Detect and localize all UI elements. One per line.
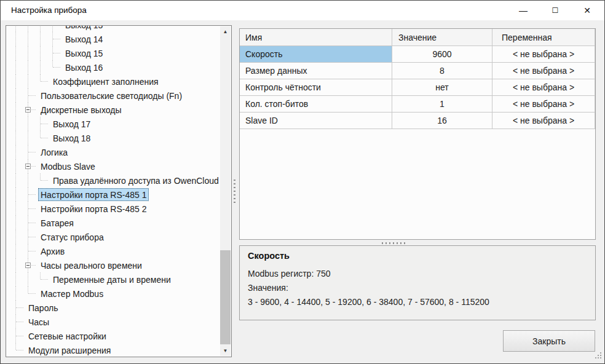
tree-item[interactable]: Коэффициент заполнения [6,74,220,89]
param-variable-cell[interactable]: < не выбрана > [492,63,595,79]
tree-item[interactable]: Часы реального времени [6,258,220,272]
tree-guide-line [16,336,23,336]
collapse-minus-icon[interactable] [25,263,31,268]
tree-guide-line [28,251,36,251]
tree-item-label-selected[interactable]: Настройки порта RS-485 1 [38,188,149,201]
param-value-cell[interactable]: 9600 [392,46,492,63]
column-header[interactable]: Значение [392,29,492,46]
tree-item[interactable]: Дискретные выходы [6,103,220,117]
tree-item-label[interactable]: Статус прибора [38,231,106,243]
tree-guide-line [28,46,28,60]
tree-item[interactable]: Архив [6,244,220,258]
tree-item-label[interactable]: Пароль [26,301,61,314]
tree-item[interactable]: Статус прибора [6,230,220,244]
tree-scrollbar[interactable]: ▲ ▼ [220,26,231,356]
tree-item[interactable]: Пользовательские светодиоды (Fn) [6,89,220,103]
param-value-cell[interactable]: 8 [392,63,492,79]
tree-guide-line [15,230,16,244]
tree-guide-line [28,60,28,74]
tree-item[interactable]: Выход 18 [6,131,220,145]
tree-item-label[interactable]: Переменные даты и времени [50,273,173,286]
param-value-cell[interactable]: 1 [392,96,492,113]
tree-item-label[interactable]: Коэффициент заполнения [50,75,161,88]
param-name-cell[interactable]: Контроль чётности [240,79,392,96]
tree-item-label[interactable]: Архив [38,245,67,258]
scroll-down-icon[interactable]: ▼ [220,346,231,356]
tree-guide-line [52,60,53,67]
maximize-icon: ☐ [552,6,559,15]
tree-item[interactable]: Сетевые настройки [6,329,220,343]
tree-guide-line [15,173,16,188]
maximize-button[interactable]: ☐ [539,1,571,20]
tree-item[interactable]: Выход 16 [6,60,220,74]
close-window-button[interactable]: ✕ [571,1,603,20]
resize-grip-icon[interactable] [595,352,602,359]
param-value-cell[interactable]: нет [392,79,492,96]
param-name-cell[interactable]: Размер данных [240,63,392,79]
tree-item[interactable]: Мастер Modbus [6,287,220,301]
tree-item[interactable]: Настройки порта RS-485 1 [6,188,220,202]
tree-item-label[interactable]: Выход 18 [50,132,93,144]
window-title: Настройка прибора [11,1,87,20]
scrollbar-thumb[interactable] [220,250,231,344]
tree-item[interactable]: Выход 14 [6,32,220,46]
tree-item-label[interactable]: Выход 16 [63,61,105,74]
param-name-cell[interactable]: Slave ID [240,113,392,129]
table-row: Скорость9600< не выбрана > [240,46,595,63]
param-variable-cell[interactable]: < не выбрана > [492,79,595,96]
tree-item-label[interactable]: Выход 13 [63,25,105,31]
table-row: Slave ID16< не выбрана > [240,113,595,129]
tree-item-label[interactable]: Модули расширения [26,344,113,357]
tree-item[interactable]: Переменные даты и времени [6,272,220,287]
tree-item-label[interactable]: Выход 17 [50,117,93,130]
tree-item[interactable]: Батарея [6,216,220,230]
tree-item-label[interactable]: Сетевые настройки [26,330,109,342]
collapse-minus-icon[interactable] [25,164,31,169]
description-title: Скорость [248,251,290,261]
horizontal-splitter-handle[interactable] [382,242,405,244]
tree-guide-line [15,216,16,230]
collapse-minus-icon[interactable] [25,107,31,113]
tree-guide-line [15,46,16,60]
param-name-cell[interactable]: Кол. стоп-битов [240,96,392,113]
tree-item[interactable]: Логика [6,145,220,159]
close-icon: ✕ [583,6,591,15]
param-value-cell[interactable]: 16 [392,113,492,129]
tree-item-label[interactable]: Часы реального времени [38,259,144,272]
tree-item-label[interactable]: Modbus Slave [38,160,98,173]
param-variable-cell[interactable]: < не выбрана > [492,96,595,113]
tree-item[interactable]: Выход 13 [6,25,220,32]
tree-guide-line [15,202,16,216]
column-header[interactable]: Переменная [492,29,595,46]
tree-item[interactable]: Modbus Slave [6,159,220,173]
tree-item-label[interactable]: Пользовательские светодиоды (Fn) [38,89,184,102]
tree-item[interactable]: Выход 15 [6,46,220,60]
tree-item-label[interactable]: Выход 15 [63,47,105,60]
param-variable-cell[interactable]: < не выбрана > [492,46,595,63]
tree-guide-line [53,39,60,39]
tree-item[interactable]: Пароль [6,301,220,315]
tree-item-label[interactable]: Дискретные выходы [38,103,124,116]
tree-item[interactable]: Модули расширения [6,343,220,357]
tree-item-label[interactable]: Логика [38,146,70,159]
minimize-button[interactable]: — [507,1,539,20]
table-row: Кол. стоп-битов1< не выбрана > [240,96,595,113]
tree-item-label[interactable]: Настройки порта RS-485 2 [38,202,149,215]
param-variable-cell[interactable]: < не выбрана > [492,113,595,129]
tree-item-label[interactable]: Батарея [38,216,76,229]
tree-item-label[interactable]: Часы [26,315,52,328]
column-header[interactable]: Имя [240,29,392,46]
tree-item-label[interactable]: Выход 14 [63,33,105,46]
tree-item[interactable]: Настройки порта RS-485 2 [6,202,220,216]
scroll-up-icon[interactable]: ▲ [220,26,231,37]
tree-item-label[interactable]: Мастер Modbus [38,287,106,300]
tree-item-label[interactable]: Права удалённого доступа из OwenCloud [50,174,221,187]
tree-item[interactable]: Часы [6,315,220,329]
tree-item[interactable]: Выход 17 [6,117,220,131]
param-name-cell[interactable]: Скорость [240,46,392,63]
tree-guide-line [28,95,36,96]
description-values-list: 3 - 9600, 4 - 14400, 5 - 19200, 6 - 3840… [248,297,489,307]
tree-item[interactable]: Права удалённого доступа из OwenCloud [6,173,220,188]
close-button[interactable]: Закрыть [503,330,595,352]
vertical-splitter-handle[interactable] [234,180,235,205]
